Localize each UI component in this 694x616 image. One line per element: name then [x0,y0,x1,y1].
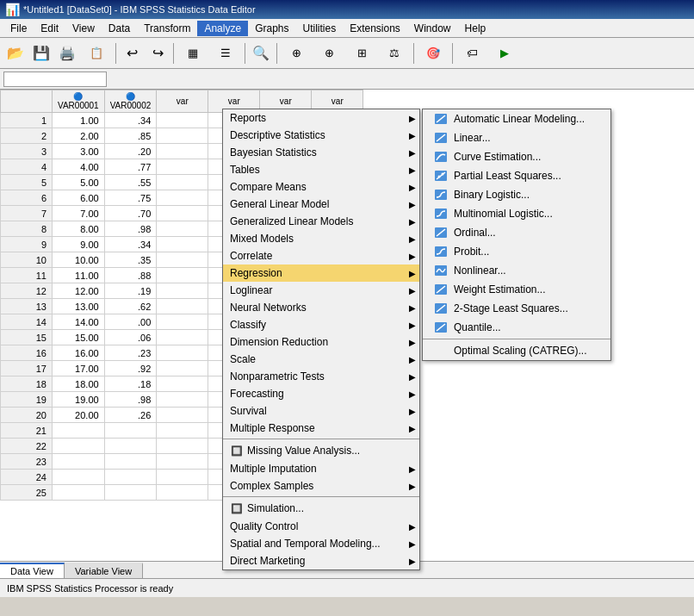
cell-10-2[interactable]: .35 [104,252,157,268]
menu-item-tables[interactable]: Tables ▶ [223,161,419,178]
menu-item-correlate[interactable]: Correlate ▶ [223,247,419,264]
cell-empty-6-0[interactable] [157,190,208,206]
cell-16-2[interactable]: .23 [104,345,157,361]
menu-item-missing-value[interactable]: 🔲 Missing Value Analysis... [223,441,419,460]
run-button[interactable]: ▶ [489,41,520,65]
submenu-item-multinomial[interactable]: Multinomial Logistic... [423,204,610,223]
menu-item-complex-samples[interactable]: Complex Samples ▶ [223,477,419,495]
menu-window[interactable]: Window [407,21,458,36]
insert-variable-button[interactable]: ⊕ [313,41,344,65]
cell-15-2[interactable]: .06 [104,330,157,345]
cell-23-2[interactable] [104,454,157,470]
menu-item-genlin[interactable]: Generalized Linear Models ▶ [223,213,419,230]
analyze-menu[interactable]: Reports ▶ Descriptive Statistics ▶ Bayes… [222,109,420,570]
redo-button[interactable]: ↪ [146,41,170,65]
cell-25-2[interactable] [104,485,157,501]
cell-18-2[interactable]: .18 [104,376,157,392]
cell-empty-5-0[interactable] [157,175,208,190]
variables-button[interactable]: ☰ [210,41,241,65]
find-button[interactable]: 🔍 [249,41,273,65]
goto-button[interactable]: ▦ [177,41,208,65]
menu-item-multiple-response[interactable]: Multiple Response ▶ [223,420,419,437]
cell-12-1[interactable]: 12.00 [53,283,105,299]
cell-empty-12-0[interactable] [157,283,208,299]
split-file-button[interactable]: ⊞ [346,41,377,65]
menu-item-compare-means[interactable]: Compare Means ▶ [223,178,419,196]
cell-5-2[interactable]: .55 [104,175,157,190]
cell-23-1[interactable] [53,454,105,470]
menu-item-dimreduce[interactable]: Dimension Reduction ▶ [223,333,419,351]
menu-item-multiple-imputation[interactable]: Multiple Imputation ▶ [223,460,419,477]
menu-data[interactable]: Data [102,21,137,36]
cell-5-1[interactable]: 5.00 [53,175,105,190]
menu-utilities[interactable]: Utilities [295,21,343,36]
cell-empty-14-0[interactable] [157,314,208,330]
cell-empty-7-0[interactable] [157,206,208,221]
cell-empty-25-0[interactable] [157,485,208,501]
cell-13-1[interactable]: 13.00 [53,299,105,314]
submenu-item-2sls[interactable]: 2-Stage Least Squares... [423,299,610,318]
tab-variable-view[interactable]: Variable View [65,563,143,578]
cell-16-1[interactable]: 16.00 [53,345,105,361]
menu-item-quality-control[interactable]: Quality Control ▶ [223,518,419,535]
menu-item-scale[interactable]: Scale ▶ [223,351,419,368]
insert-cases-button[interactable]: ⊕ [281,41,312,65]
submenu-item-nonlinear[interactable]: Nonlinear... [423,261,610,280]
cell-6-2[interactable]: .75 [104,190,157,206]
menu-edit[interactable]: Edit [34,21,65,36]
cell-8-2[interactable]: .98 [104,221,157,237]
cell-19-1[interactable]: 19.00 [53,392,105,408]
cell-4-1[interactable]: 4.00 [53,159,105,175]
menu-item-mixed[interactable]: Mixed Models ▶ [223,230,419,247]
cell-9-1[interactable]: 9.00 [53,237,105,252]
cell-empty-3-0[interactable] [157,144,208,159]
dialog-recall-button[interactable]: 📋 [81,41,112,65]
menu-item-neural[interactable]: Neural Networks ▶ [223,299,419,316]
menu-item-reports[interactable]: Reports ▶ [223,109,419,127]
menu-item-spatial[interactable]: Spatial and Temporal Modeling... ▶ [223,535,419,552]
cell-3-2[interactable]: .20 [104,144,157,159]
col-header-2[interactable]: 🔵 VAR00002 [104,90,157,113]
cell-25-1[interactable] [53,485,105,501]
menu-file[interactable]: File [3,21,34,36]
cell-7-1[interactable]: 7.00 [53,206,105,221]
cell-4-2[interactable]: .77 [104,159,157,175]
cell-empty-10-0[interactable] [157,252,208,268]
cell-empty-8-0[interactable] [157,221,208,237]
cell-empty-9-0[interactable] [157,237,208,252]
cell-12-2[interactable]: .19 [104,283,157,299]
submenu-item-catreg[interactable]: Optimal Scaling (CATREG)... [423,341,610,360]
cell-24-1[interactable] [53,470,105,485]
cell-11-1[interactable]: 11.00 [53,268,105,283]
cell-22-2[interactable] [104,439,157,454]
submenu-item-linear[interactable]: Linear... [423,128,610,147]
cell-14-1[interactable]: 14.00 [53,314,105,330]
cell-1-2[interactable]: .34 [104,113,157,128]
menu-item-glm[interactable]: General Linear Model ▶ [223,196,419,213]
tab-data-view[interactable]: Data View [0,563,65,578]
col-header-3[interactable]: var [157,90,208,113]
open-button[interactable]: 📂 [3,41,28,65]
cell-empty-16-0[interactable] [157,345,208,361]
cell-13-2[interactable]: .62 [104,299,157,314]
menu-analyze[interactable]: Analyze [197,21,248,36]
menu-graphs[interactable]: Graphs [248,21,295,36]
menu-transform[interactable]: Transform [137,21,197,36]
menu-item-direct-marketing[interactable]: Direct Marketing ▶ [223,552,419,569]
regression-submenu[interactable]: Automatic Linear Modeling... Linear... [422,109,611,361]
cell-empty-4-0[interactable] [157,159,208,175]
submenu-item-quantile[interactable]: Quantile... [423,318,610,337]
cell-empty-13-0[interactable] [157,299,208,314]
menu-item-classify[interactable]: Classify ▶ [223,316,419,333]
menu-item-forecasting[interactable]: Forecasting ▶ [223,385,419,402]
select-cases-button[interactable]: 🎯 [418,41,449,65]
cell-1-1[interactable]: 1.00 [53,113,105,128]
submenu-item-binary-logistic[interactable]: Binary Logistic... [423,185,610,204]
cell-17-2[interactable]: .92 [104,361,157,376]
cell-empty-18-0[interactable] [157,376,208,392]
cell-9-2[interactable]: .34 [104,237,157,252]
cell-14-2[interactable]: .00 [104,314,157,330]
submenu-item-pls[interactable]: Partial Least Squares... [423,166,610,185]
cell-21-1[interactable] [53,423,105,439]
weight-cases-button[interactable]: ⚖ [379,41,410,65]
